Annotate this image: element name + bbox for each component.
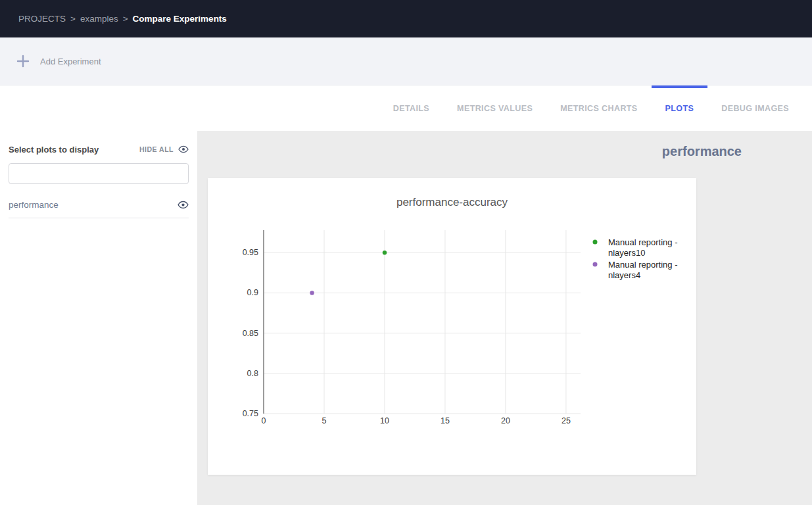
svg-text:10: 10	[380, 416, 389, 425]
hide-all-label: HIDE ALL	[139, 145, 174, 153]
svg-text:20: 20	[501, 416, 510, 425]
tab-metrics-charts[interactable]: METRICS CHARTS	[546, 85, 651, 131]
add-experiment-label[interactable]: Add Experiment	[40, 57, 101, 66]
plot-group-title: performance	[662, 144, 742, 159]
tab-debug-images[interactable]: DEBUG IMAGES	[707, 85, 803, 131]
eye-icon[interactable]	[178, 199, 189, 210]
svg-text:nlayers10: nlayers10	[608, 248, 645, 258]
svg-text:nlayers4: nlayers4	[608, 270, 640, 280]
svg-text:0.8: 0.8	[247, 369, 258, 378]
svg-text:0.95: 0.95	[243, 248, 258, 257]
plot-group-header: performance	[197, 131, 812, 172]
tab-metrics-values[interactable]: METRICS VALUES	[443, 85, 546, 131]
content-area: Select plots to display HIDE ALL perform…	[0, 131, 812, 505]
hide-all-button[interactable]: HIDE ALL	[139, 144, 189, 155]
breadcrumb-current-page: Compare Experiments	[133, 14, 227, 24]
plot-filter-input[interactable]	[9, 163, 189, 184]
tab-details[interactable]: DETAILS	[379, 85, 443, 131]
svg-text:5: 5	[322, 416, 327, 425]
svg-text:0.85: 0.85	[243, 329, 258, 338]
plots-panel: performance performance-accuracy05101520…	[197, 131, 812, 505]
eye-icon	[178, 144, 189, 155]
add-experiment-bar: Add Experiment	[0, 37, 812, 85]
plot-card: performance-accuracy05101520250.950.90.8…	[208, 178, 696, 475]
sidebar-title: Select plots to display	[9, 145, 99, 155]
svg-text:performance-accuracy: performance-accuracy	[396, 196, 508, 208]
add-experiment-button[interactable]	[12, 50, 34, 72]
tab-plots[interactable]: PLOTS	[652, 85, 708, 131]
svg-text:15: 15	[441, 416, 450, 425]
tab-bar: DETAILS METRICS VALUES METRICS CHARTS PL…	[0, 85, 812, 131]
plot-selector-sidebar: Select plots to display HIDE ALL perform…	[0, 131, 197, 505]
breadcrumb: PROJECTS > examples > Compare Experiment…	[0, 0, 812, 37]
breadcrumb-projects[interactable]: PROJECTS	[18, 14, 66, 24]
plot-item-label[interactable]: performance	[9, 200, 59, 210]
breadcrumb-separator: >	[123, 14, 128, 24]
plot-list-item-performance: performance	[9, 192, 189, 218]
performance-accuracy-scatter-plot[interactable]: performance-accuracy05101520250.950.90.8…	[208, 178, 696, 475]
breadcrumb-examples[interactable]: examples	[80, 14, 118, 24]
plus-icon	[16, 54, 30, 68]
svg-text:0.9: 0.9	[247, 288, 258, 297]
svg-text:25: 25	[561, 416, 571, 425]
svg-text:Manual reporting -: Manual reporting -	[608, 260, 678, 270]
svg-text:0.75: 0.75	[243, 409, 258, 418]
svg-text:Manual reporting -: Manual reporting -	[608, 237, 678, 247]
breadcrumb-separator: >	[70, 14, 76, 24]
svg-text:0: 0	[262, 416, 266, 425]
